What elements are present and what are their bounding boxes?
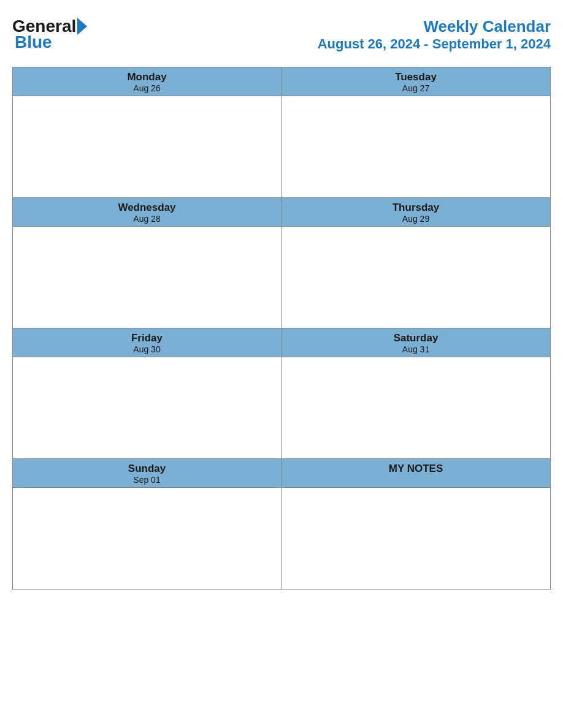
header-cells-row1: Monday Aug 26 Tuesday Aug 27 <box>13 67 550 96</box>
monday-header: Monday Aug 26 <box>13 67 282 96</box>
content-cells-row3 <box>13 357 550 458</box>
saturday-name: Saturday <box>282 332 550 344</box>
thursday-header: Thursday Aug 29 <box>282 198 550 226</box>
row-wednesday-thursday: Wednesday Aug 28 Thursday Aug 29 <box>13 197 550 328</box>
content-cells-row1 <box>13 96 550 197</box>
wednesday-header: Wednesday Aug 28 <box>13 198 282 226</box>
tuesday-header: Tuesday Aug 27 <box>282 67 550 96</box>
logo-blue-text: Blue <box>12 32 52 52</box>
friday-content[interactable] <box>13 357 282 458</box>
logo-triangle-icon <box>77 18 87 35</box>
notes-content[interactable] <box>282 488 550 589</box>
header-cells-row2: Wednesday Aug 28 Thursday Aug 29 <box>13 198 550 227</box>
tuesday-name: Tuesday <box>282 71 550 83</box>
header: General Blue Weekly Calendar August 26, … <box>12 12 551 57</box>
calendar-grid: Monday Aug 26 Tuesday Aug 27 Wednesday A… <box>12 67 551 590</box>
friday-header: Friday Aug 30 <box>13 328 282 357</box>
wednesday-content[interactable] <box>13 227 282 328</box>
row-friday-saturday: Friday Aug 30 Saturday Aug 31 <box>13 328 550 458</box>
thursday-content[interactable] <box>282 227 550 328</box>
sunday-header: Sunday Sep 01 <box>13 459 282 487</box>
saturday-date: Aug 31 <box>282 344 550 354</box>
notes-header: MY NOTES <box>282 459 550 487</box>
calendar-date-range: August 26, 2024 - September 1, 2024 <box>318 36 551 52</box>
sunday-date: Sep 01 <box>13 475 281 485</box>
friday-date: Aug 30 <box>13 344 281 354</box>
row-monday-tuesday: Monday Aug 26 Tuesday Aug 27 <box>13 67 550 197</box>
thursday-name: Thursday <box>282 202 550 214</box>
thursday-date: Aug 29 <box>282 214 550 224</box>
tuesday-date: Aug 27 <box>282 83 550 93</box>
logo: General Blue <box>12 18 87 52</box>
wednesday-date: Aug 28 <box>13 214 281 224</box>
saturday-header: Saturday Aug 31 <box>282 328 550 357</box>
sunday-name: Sunday <box>13 463 281 475</box>
tuesday-content[interactable] <box>282 96 550 197</box>
calendar-title: Weekly Calendar <box>318 17 551 36</box>
header-cells-row4: Sunday Sep 01 MY NOTES <box>13 459 550 488</box>
content-cells-row2 <box>13 227 550 328</box>
friday-name: Friday <box>13 332 281 344</box>
monday-content[interactable] <box>13 96 282 197</box>
saturday-content[interactable] <box>282 357 550 458</box>
header-right: Weekly Calendar August 26, 2024 - Septem… <box>318 17 551 52</box>
monday-name: Monday <box>13 71 281 83</box>
wednesday-name: Wednesday <box>13 202 281 214</box>
header-cells-row3: Friday Aug 30 Saturday Aug 31 <box>13 328 550 357</box>
monday-date: Aug 26 <box>13 83 281 93</box>
page: General Blue Weekly Calendar August 26, … <box>12 12 551 590</box>
notes-label: MY NOTES <box>282 463 550 475</box>
sunday-content[interactable] <box>13 488 282 589</box>
content-cells-row4 <box>13 488 550 589</box>
row-sunday-notes: Sunday Sep 01 MY NOTES <box>13 458 550 589</box>
